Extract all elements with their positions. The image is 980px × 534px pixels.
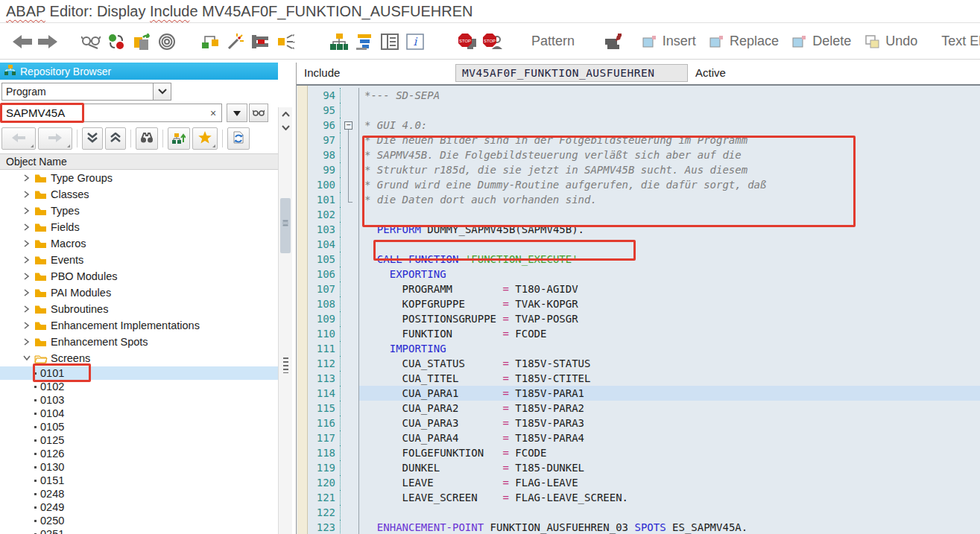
tree-item-type-groups[interactable]: Type Groups	[0, 170, 278, 186]
tree-item-0102[interactable]: 0102	[0, 380, 278, 393]
text-elements-button[interactable]: Text El	[943, 28, 980, 55]
scroll-up-icon[interactable]	[279, 107, 292, 121]
session-breakpoint-button[interactable]: STOP	[455, 28, 480, 55]
chevron-collapsed-icon[interactable]	[19, 273, 34, 280]
tree-item-0249[interactable]: 0249	[0, 500, 278, 514]
tree-item-0103[interactable]: 0103	[0, 393, 278, 407]
chevron-collapsed-icon[interactable]	[19, 338, 34, 346]
code-area[interactable]: 94*--- SD-SEPA9596−* GUI 4.0:97* Die neu…	[297, 84, 980, 534]
chevron-collapsed-icon[interactable]	[19, 322, 34, 329]
tree-item-0101[interactable]: 0101	[0, 366, 278, 380]
code-line-118[interactable]: 118 FOLGEFUNKTION = FCODE	[308, 445, 980, 460]
pretty-printer-button[interactable]	[223, 28, 248, 55]
clear-icon[interactable]: ×	[205, 107, 221, 119]
object-name-input[interactable]: SAPMV45A ×	[1, 104, 222, 122]
find-button[interactable]	[136, 127, 158, 150]
code-line-99[interactable]: 99* Struktur r185d, die sie jetzt in SAP…	[308, 162, 980, 177]
tree-item-0130[interactable]: 0130	[0, 460, 278, 474]
tree-item-enhancement-spots[interactable]: Enhancement Spots	[0, 334, 278, 350]
tree-item-0104[interactable]: 0104	[0, 407, 278, 420]
code-line-97[interactable]: 97* Die neuen Bilder sind in der Folgebi…	[308, 133, 980, 147]
tree-item-0126[interactable]: 0126	[0, 447, 278, 460]
code-line-115[interactable]: 115 CUA_PARA2 = T185V-PARA2	[308, 401, 980, 416]
code-line-94[interactable]: 94*--- SD-SEPA	[308, 88, 980, 103]
tree-item-classes[interactable]: Classes	[0, 186, 278, 203]
tree-item-0248[interactable]: 0248	[0, 487, 278, 500]
chevron-collapsed-icon[interactable]	[19, 256, 34, 264]
code-line-103[interactable]: 103 PERFORM DUMMY_SAPMV45B(SAPMV45B).	[308, 222, 980, 237]
code-line-100[interactable]: 100* Grund wird eine Dummy-Routine aufge…	[308, 177, 980, 192]
chevron-collapsed-icon[interactable]	[19, 305, 34, 313]
expand-all-button[interactable]	[82, 127, 103, 150]
tree-item-fields[interactable]: Fields	[0, 219, 278, 235]
external-breakpoint-button[interactable]: STOP	[480, 28, 505, 55]
code-line-114[interactable]: 114 CUA_PARA1 = T185V-PARA1	[308, 386, 980, 401]
tree-item-pbo-modules[interactable]: PBO Modules	[0, 268, 278, 285]
chevron-collapsed-icon[interactable]	[19, 174, 34, 182]
code-line-108[interactable]: 108 KOPFGRUPPE = TVAK-KOPGR	[308, 296, 980, 311]
history-dropdown-button[interactable]	[227, 104, 247, 122]
tree-item-0105[interactable]: 0105	[0, 420, 278, 433]
detail-view-button[interactable]	[377, 28, 402, 55]
info-button[interactable]: i	[402, 28, 428, 55]
fold-marker[interactable]: −	[341, 118, 359, 133]
tree-back-button[interactable]	[1, 127, 36, 150]
code-line-105[interactable]: 105 CALL FUNCTION 'FUNCTION_EXECUTE'	[308, 252, 980, 267]
chevron-collapsed-icon[interactable]	[19, 289, 34, 296]
pattern-button[interactable]: Pattern	[533, 28, 572, 55]
insert-button[interactable]: Insert	[644, 28, 694, 55]
delete-button[interactable]: Delete	[794, 28, 849, 55]
syntax-check-button[interactable]	[248, 28, 274, 55]
tree-item-types[interactable]: Types	[0, 203, 278, 219]
tree-item-macros[interactable]: Macros	[0, 235, 278, 252]
object-list-button[interactable]	[326, 28, 352, 55]
tree-item-0251[interactable]: 0251	[0, 527, 278, 534]
code-line-102[interactable]: 102	[308, 207, 980, 222]
chevron-collapsed-icon[interactable]	[19, 223, 34, 231]
tree-item-pai-modules[interactable]: PAI Modules	[0, 285, 278, 301]
code-line-112[interactable]: 112 CUA_STATUS = T185V-STATUS	[308, 356, 980, 371]
modification-button[interactable]	[601, 28, 626, 55]
code-line-121[interactable]: 121 LEAVE_SCREEN = FLAG-LEAVE_SCREEN.	[308, 490, 980, 505]
code-line-120[interactable]: 120 LEAVE = FLAG-LEAVE	[308, 475, 980, 490]
chevron-collapsed-icon[interactable]	[19, 191, 34, 198]
code-line-96[interactable]: 96−* GUI 4.0:	[308, 118, 980, 133]
replace-button[interactable]: Replace	[712, 28, 777, 55]
code-line-104[interactable]: 104	[308, 237, 980, 252]
code-line-123[interactable]: 123 ENHANCEMENT-POINT FUNKTION_AUSFUEHRE…	[308, 520, 980, 534]
code-line-122[interactable]: 122	[308, 505, 980, 520]
chevron-down-icon[interactable]	[153, 83, 171, 100]
open-in-tree-button[interactable]	[168, 127, 190, 150]
scroll-down-icon[interactable]	[279, 121, 292, 134]
tree-forward-button[interactable]	[38, 127, 72, 150]
tree-item-0125[interactable]: 0125	[0, 433, 278, 447]
code-line-116[interactable]: 116 CUA_PARA3 = T185V-PARA3	[308, 416, 980, 430]
display-change-button[interactable]	[104, 28, 129, 55]
tree-item-0151[interactable]: 0151	[0, 474, 278, 487]
sort-button[interactable]	[352, 28, 377, 55]
code-line-110[interactable]: 110 FUNKTION = FCODE	[308, 326, 980, 341]
code-line-107[interactable]: 107 PROGRAMM = T180-AGIDV	[308, 282, 980, 296]
code-line-109[interactable]: 109 POSITIONSGRUPPE = TVAP-POSGR	[308, 311, 980, 326]
display-object-button[interactable]	[249, 104, 268, 122]
include-name-field[interactable]: MV45AF0F_FUNKTION_AUSFUEHREN	[455, 64, 688, 82]
split-button[interactable]	[274, 28, 299, 55]
splitter-grip[interactable]	[283, 357, 288, 374]
copy-button[interactable]	[129, 28, 154, 55]
back-button[interactable]	[10, 28, 35, 55]
code-line-95[interactable]: 95	[308, 103, 980, 118]
undo-button[interactable]: Undo	[867, 28, 915, 55]
refresh-button[interactable]	[227, 127, 250, 150]
chevron-collapsed-icon[interactable]	[19, 240, 34, 247]
tree-item-enhancement-implementations[interactable]: Enhancement Implementations	[0, 317, 278, 334]
collapse-all-button[interactable]	[105, 127, 126, 150]
scrollbar-thumb[interactable]	[280, 198, 291, 253]
code-line-98[interactable]: 98* SAPMV45B. Die Folgebildsteuerung ver…	[308, 147, 980, 162]
code-line-119[interactable]: 119 DUNKEL = T185-DUNKEL	[308, 460, 980, 475]
tree-scrollbar[interactable]	[278, 107, 292, 534]
chevron-collapsed-icon[interactable]	[19, 207, 34, 214]
forward-button[interactable]	[35, 28, 60, 55]
test-button[interactable]	[154, 28, 180, 55]
favorites-button[interactable]	[192, 127, 218, 150]
code-line-111[interactable]: 111 IMPORTING	[308, 341, 980, 356]
